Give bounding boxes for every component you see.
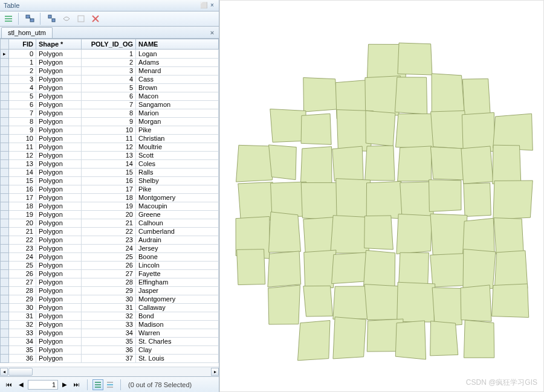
cell-shape[interactable]: Polygon [36,287,82,295]
cell-fid[interactable]: 12 [9,152,36,160]
cell-shape[interactable]: Polygon [36,118,82,126]
county-polygon[interactable] [395,77,427,114]
cell-polyid[interactable]: 5 [82,84,136,92]
county-polygon[interactable] [269,145,297,180]
table-row[interactable]: 17Polygon18Montgomery [1,194,219,202]
cell-name[interactable]: Madison [136,321,219,329]
cell-fid[interactable]: 9 [9,126,36,135]
county-polygon[interactable] [303,77,338,112]
cell-polyid[interactable]: 26 [82,262,136,270]
cell-shape[interactable]: Polygon [36,312,82,321]
cell-fid[interactable]: 8 [9,118,36,126]
cell-polyid[interactable]: 6 [82,92,136,101]
county-polygon[interactable] [303,286,333,316]
show-selected-records-button[interactable] [105,379,115,390]
row-selector[interactable] [1,109,9,118]
table-row[interactable]: 20Polygon21Calhoun [1,219,219,228]
related-tables-button[interactable] [24,13,36,25]
cell-shape[interactable]: Polygon [36,202,82,211]
cell-shape[interactable]: Polygon [36,152,82,160]
cell-fid[interactable]: 19 [9,211,36,219]
table-row[interactable]: 13Polygon14Coles [1,160,219,169]
cell-shape[interactable]: Polygon [36,219,82,228]
attribute-grid[interactable]: FID Shape * POLY_ID_OG NAME 0Polygon1Log… [0,39,219,367]
cell-shape[interactable]: Polygon [36,109,82,118]
county-polygon[interactable] [432,288,462,326]
cell-polyid[interactable]: 27 [82,270,136,278]
cell-polyid[interactable]: 22 [82,228,136,236]
row-selector[interactable] [1,76,9,84]
table-row[interactable]: 15Polygon16Shelby [1,177,219,185]
cell-shape[interactable]: Polygon [36,67,82,76]
table-row[interactable]: 9Polygon10Pike [1,126,219,135]
row-selector[interactable] [1,338,9,346]
county-polygon[interactable] [268,251,301,287]
cell-shape[interactable]: Polygon [36,135,82,143]
row-selector[interactable] [1,312,9,321]
clear-selection-button[interactable] [75,13,87,25]
cell-polyid[interactable]: 20 [82,211,136,219]
cell-polyid[interactable]: 36 [82,346,136,355]
cell-polyid[interactable]: 33 [82,321,136,329]
cell-polyid[interactable]: 32 [82,312,136,321]
table-row[interactable]: 22Polygon23Audrain [1,236,219,245]
cell-fid[interactable]: 29 [9,295,36,304]
county-polygon[interactable] [301,114,331,144]
cell-polyid[interactable]: 25 [82,253,136,262]
cell-fid[interactable]: 15 [9,177,36,185]
row-selector[interactable] [1,135,9,143]
cell-fid[interactable]: 2 [9,67,36,76]
column-header-fid[interactable]: FID [9,39,36,50]
county-polygon[interactable] [398,146,432,181]
cell-polyid[interactable]: 29 [82,287,136,295]
county-polygon[interactable] [268,285,300,324]
cell-name[interactable]: Jasper [136,287,219,295]
row-selector[interactable] [1,355,9,363]
county-polygon[interactable] [237,249,265,285]
table-row[interactable]: 23Polygon24Jersey [1,245,219,253]
county-polygon[interactable] [366,111,395,146]
cell-fid[interactable]: 14 [9,169,36,177]
cell-name[interactable]: Morgan [136,118,219,126]
county-polygon[interactable] [301,182,338,219]
row-selector[interactable] [1,67,9,76]
cell-polyid[interactable]: 9 [82,118,136,126]
column-header-name[interactable]: NAME [136,39,219,50]
row-selector[interactable] [1,84,9,92]
row-selector[interactable] [1,160,9,169]
row-selector-header[interactable] [1,39,9,50]
table-row[interactable]: 6Polygon7Sangamon [1,101,219,109]
cell-fid[interactable]: 22 [9,236,36,245]
table-row[interactable]: 4Polygon5Brown [1,84,219,92]
cell-polyid[interactable]: 19 [82,202,136,211]
county-polygon[interactable] [331,216,369,253]
cell-name[interactable]: Cumberland [136,228,219,236]
cell-name[interactable]: Pike [136,126,219,135]
cell-fid[interactable]: 25 [9,262,36,270]
table-row[interactable]: 19Polygon20Greene [1,211,219,219]
cell-name[interactable]: Lincoln [136,262,219,270]
row-selector[interactable] [1,245,9,253]
county-polygon[interactable] [363,250,395,289]
county-polygon[interactable] [271,182,306,217]
cell-name[interactable]: Warren [136,329,219,338]
cell-fid[interactable]: 3 [9,76,36,84]
county-polygon[interactable] [493,145,521,184]
cell-name[interactable]: Cass [136,76,219,84]
county-polygon[interactable] [398,43,432,75]
row-selector[interactable] [1,143,9,152]
cell-polyid[interactable]: 7 [82,101,136,109]
cell-fid[interactable]: 0 [9,50,36,59]
map-canvas[interactable]: CSDN @疯狂学习GIS [219,0,544,392]
table-row[interactable]: 7Polygon8Marion [1,109,219,118]
cell-shape[interactable]: Polygon [36,304,82,312]
county-polygon[interactable] [395,321,426,359]
table-row[interactable]: 34Polygon35St. Charles [1,338,219,346]
row-selector[interactable] [1,59,9,67]
switch-selection-button[interactable] [60,13,73,25]
cell-shape[interactable]: Polygon [36,92,82,101]
cell-polyid[interactable]: 37 [82,355,136,363]
county-polygon[interactable] [400,182,434,217]
cell-fid[interactable]: 34 [9,338,36,346]
county-polygon[interactable] [397,282,435,322]
